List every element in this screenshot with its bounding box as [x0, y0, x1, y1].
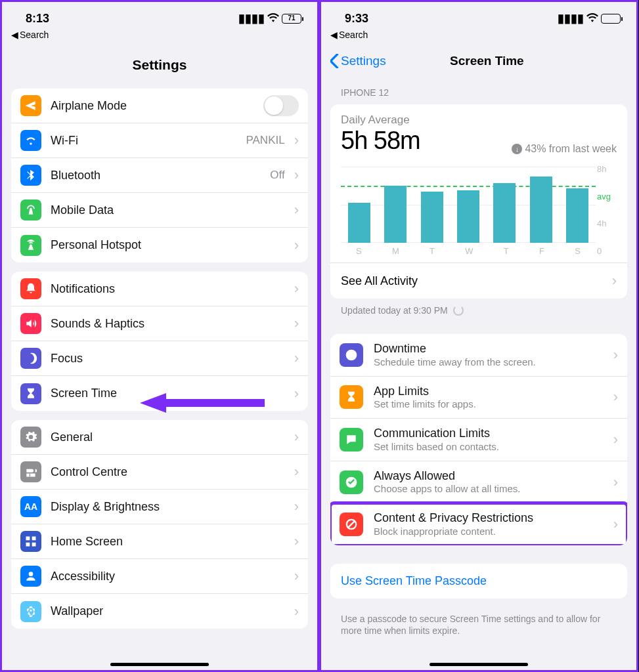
cell-label: Control Centre [51, 465, 285, 479]
chevron-right-icon: › [294, 463, 299, 480]
battery-icon: 71 [282, 14, 301, 24]
cell-label: General [51, 430, 285, 444]
navbar: Settings Screen Time [321, 45, 636, 75]
chart-y-label: 4h [597, 219, 606, 228]
cell-label: Screen Time [51, 387, 285, 400]
chevron-right-icon: › [294, 568, 299, 585]
person-icon [20, 566, 41, 587]
check-icon [340, 471, 363, 494]
settings-cell-bluetooth[interactable]: BluetoothOff› [11, 158, 308, 193]
airplane-icon [20, 95, 41, 116]
cell-value: Off [270, 169, 284, 182]
chevron-right-icon: › [613, 474, 618, 491]
wifi-icon [267, 12, 279, 26]
chart-y-label: 8h [597, 164, 606, 174]
screen-time-option-app-limits[interactable]: App LimitsSet time limits for apps.› [330, 377, 627, 419]
settings-cell-screen-time[interactable]: Screen Time› [11, 376, 308, 411]
option-subtitle: Block inappropriate content. [374, 526, 603, 537]
chevron-right-icon: › [294, 315, 299, 332]
status-bar: 9:33 ▮▮▮▮ [321, 2, 636, 28]
settings-cell-mobile-data[interactable]: Mobile Data› [11, 193, 308, 228]
footer-note: Use a passcode to secure Screen Time set… [321, 608, 636, 642]
chart-x-label: W [465, 246, 473, 256]
battery-icon [601, 14, 621, 24]
see-all-activity[interactable]: See All Activity › [330, 262, 627, 299]
option-title: Communication Limits [374, 427, 603, 441]
cell-label: Sounds & Haptics [51, 317, 285, 331]
screen-time-option-always-allowed[interactable]: Always AllowedChoose apps to allow at al… [330, 461, 627, 504]
chevron-right-icon: › [294, 201, 299, 219]
status-time: 8:13 [26, 12, 49, 26]
chart-bar [566, 188, 588, 243]
cell-label: Bluetooth [51, 169, 261, 182]
cell-label: Accessibility [51, 570, 285, 583]
chevron-right-icon: › [613, 388, 618, 406]
device-header: IPHONE 12 [321, 75, 636, 102]
chart-bar [530, 177, 552, 243]
downtime-icon [340, 343, 363, 367]
nav-title: Screen Time [347, 54, 627, 68]
grid-icon [20, 531, 41, 552]
toggle[interactable] [263, 95, 299, 116]
settings-cell-airplane-mode[interactable]: Airplane Mode [11, 89, 308, 123]
chevron-right-icon: › [613, 431, 618, 448]
flower-icon [20, 601, 41, 622]
usage-card[interactable]: Daily Average 5h 58m ↓ 43% from last wee… [330, 104, 627, 299]
settings-group: General›Control Centre›AADisplay & Brigh… [11, 420, 308, 629]
chart-x-label: T [504, 246, 509, 256]
settings-cell-home-screen[interactable]: Home Screen› [11, 524, 308, 559]
screen-time-option-communication-limits[interactable]: Communication LimitsSet limits based on … [330, 419, 627, 461]
settings-cell-personal-hotspot[interactable]: Personal Hotspot› [11, 228, 308, 262]
hourglass-icon [20, 383, 41, 404]
chart-bar [457, 190, 479, 243]
hourglass-icon [340, 385, 363, 409]
cell-label: Wi-Fi [51, 134, 236, 148]
chevron-right-icon: › [294, 498, 299, 515]
switches-icon [20, 461, 41, 482]
chevron-right-icon: › [294, 237, 299, 254]
settings-cell-display-brightness[interactable]: AADisplay & Brightness› [11, 490, 308, 524]
cell-label: Personal Hotspot [51, 238, 285, 252]
chevron-right-icon: › [294, 132, 299, 149]
chevron-right-icon: › [613, 516, 618, 533]
settings-cell-control-centre[interactable]: Control Centre› [11, 455, 308, 490]
cell-label: Display & Brightness [51, 500, 285, 514]
screen-time-screen: 9:33 ▮▮▮▮ ◀ Search Settings Screen Time … [319, 0, 638, 672]
chart-bar [384, 186, 407, 243]
daily-average-value: 5h 58m [341, 127, 420, 155]
settings-cell-accessibility[interactable]: Accessibility› [11, 559, 308, 594]
signal-icon: ▮▮▮▮ [558, 11, 584, 26]
search-back[interactable]: ◀ Search [2, 28, 317, 45]
chevron-right-icon: › [294, 603, 299, 620]
screen-time-option-downtime[interactable]: DowntimeSchedule time away from the scre… [330, 334, 627, 377]
chevron-right-icon: › [612, 272, 617, 289]
daily-delta: ↓ 43% from last week [512, 143, 617, 155]
settings-cell-sounds-haptics[interactable]: Sounds & Haptics› [11, 306, 308, 341]
settings-cell-wi-fi[interactable]: Wi-FiPANKIL› [11, 123, 308, 158]
settings-cell-notifications[interactable]: Notifications› [11, 272, 308, 306]
chevron-right-icon: › [294, 429, 299, 446]
chart-bar [493, 183, 516, 243]
signal-icon: ▮▮▮▮ [238, 11, 265, 26]
down-arrow-icon: ↓ [512, 144, 522, 154]
home-indicator[interactable] [110, 663, 209, 666]
chart-x-label: F [539, 246, 544, 256]
status-time: 9:33 [345, 12, 368, 26]
chart-y-label: 0 [597, 246, 602, 256]
chevron-right-icon: › [294, 167, 299, 184]
option-title: Always Allowed [374, 469, 603, 484]
search-back[interactable]: ◀ Search [321, 28, 636, 45]
settings-cell-focus[interactable]: Focus› [11, 341, 308, 376]
cell-label: Notifications [51, 282, 285, 296]
settings-cell-general[interactable]: General› [11, 420, 308, 455]
home-indicator[interactable] [430, 663, 528, 666]
settings-group: Notifications›Sounds & Haptics›Focus›Scr… [11, 272, 308, 411]
screen-time-option-content-privacy-restrictions[interactable]: Content & Privacy RestrictionsBlock inap… [330, 503, 627, 545]
chart-x-label: S [575, 246, 581, 256]
settings-group: Airplane ModeWi-FiPANKIL›BluetoothOff›Mo… [11, 89, 308, 262]
use-passcode-link[interactable]: Use Screen Time Passcode [330, 564, 627, 598]
block-icon [340, 513, 363, 536]
settings-cell-wallpaper[interactable]: Wallpaper› [11, 594, 308, 629]
antenna-icon [20, 200, 41, 220]
page-title: Settings [2, 45, 317, 79]
